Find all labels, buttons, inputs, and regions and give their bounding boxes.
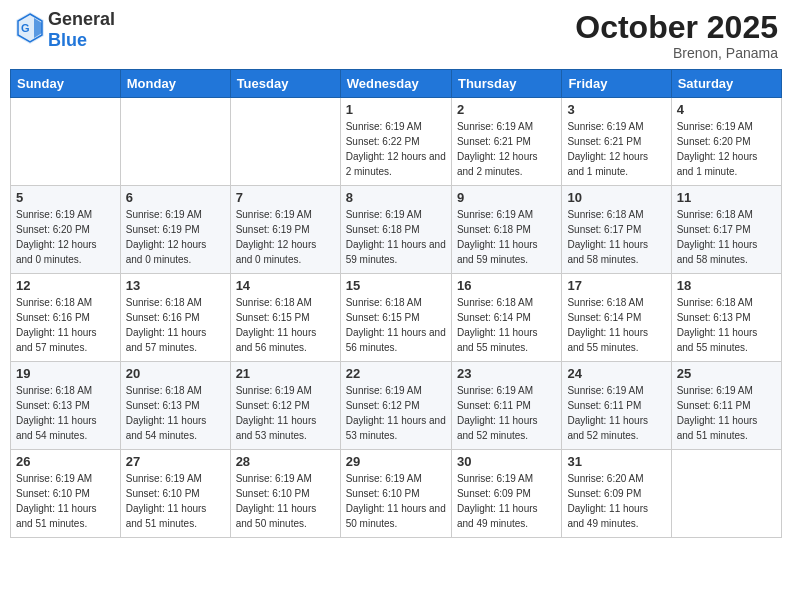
day-info: Sunrise: 6:18 AMSunset: 6:15 PMDaylight:… <box>236 295 335 355</box>
calendar-cell <box>671 450 781 538</box>
page-header: G General Blue October 2025 Brenon, Pana… <box>10 10 782 61</box>
calendar-cell: 3Sunrise: 6:19 AMSunset: 6:21 PMDaylight… <box>562 98 671 186</box>
week-row-1: 1Sunrise: 6:19 AMSunset: 6:22 PMDaylight… <box>11 98 782 186</box>
day-number: 11 <box>677 190 776 205</box>
day-info: Sunrise: 6:18 AMSunset: 6:16 PMDaylight:… <box>126 295 225 355</box>
calendar-cell: 10Sunrise: 6:18 AMSunset: 6:17 PMDayligh… <box>562 186 671 274</box>
calendar-cell: 1Sunrise: 6:19 AMSunset: 6:22 PMDaylight… <box>340 98 451 186</box>
day-info: Sunrise: 6:19 AMSunset: 6:10 PMDaylight:… <box>16 471 115 531</box>
day-number: 15 <box>346 278 446 293</box>
day-info: Sunrise: 6:19 AMSunset: 6:11 PMDaylight:… <box>457 383 556 443</box>
calendar-cell: 26Sunrise: 6:19 AMSunset: 6:10 PMDayligh… <box>11 450 121 538</box>
calendar-cell: 9Sunrise: 6:19 AMSunset: 6:18 PMDaylight… <box>451 186 561 274</box>
logo-blue: Blue <box>48 30 87 50</box>
day-info: Sunrise: 6:19 AMSunset: 6:22 PMDaylight:… <box>346 119 446 179</box>
day-number: 8 <box>346 190 446 205</box>
day-info: Sunrise: 6:19 AMSunset: 6:12 PMDaylight:… <box>236 383 335 443</box>
day-number: 21 <box>236 366 335 381</box>
day-number: 17 <box>567 278 665 293</box>
day-number: 26 <box>16 454 115 469</box>
day-number: 9 <box>457 190 556 205</box>
day-info: Sunrise: 6:19 AMSunset: 6:18 PMDaylight:… <box>346 207 446 267</box>
calendar-cell <box>120 98 230 186</box>
calendar-cell: 24Sunrise: 6:19 AMSunset: 6:11 PMDayligh… <box>562 362 671 450</box>
week-row-3: 12Sunrise: 6:18 AMSunset: 6:16 PMDayligh… <box>11 274 782 362</box>
svg-text:G: G <box>21 22 30 34</box>
day-number: 14 <box>236 278 335 293</box>
calendar-table: SundayMondayTuesdayWednesdayThursdayFrid… <box>10 69 782 538</box>
calendar-cell: 27Sunrise: 6:19 AMSunset: 6:10 PMDayligh… <box>120 450 230 538</box>
day-number: 27 <box>126 454 225 469</box>
day-info: Sunrise: 6:18 AMSunset: 6:14 PMDaylight:… <box>457 295 556 355</box>
day-number: 7 <box>236 190 335 205</box>
week-row-4: 19Sunrise: 6:18 AMSunset: 6:13 PMDayligh… <box>11 362 782 450</box>
day-info: Sunrise: 6:19 AMSunset: 6:19 PMDaylight:… <box>236 207 335 267</box>
day-info: Sunrise: 6:19 AMSunset: 6:11 PMDaylight:… <box>677 383 776 443</box>
day-info: Sunrise: 6:19 AMSunset: 6:20 PMDaylight:… <box>677 119 776 179</box>
calendar-cell: 28Sunrise: 6:19 AMSunset: 6:10 PMDayligh… <box>230 450 340 538</box>
calendar-cell: 5Sunrise: 6:19 AMSunset: 6:20 PMDaylight… <box>11 186 121 274</box>
calendar-cell: 6Sunrise: 6:19 AMSunset: 6:19 PMDaylight… <box>120 186 230 274</box>
day-number: 28 <box>236 454 335 469</box>
month-title: October 2025 <box>575 10 778 45</box>
calendar-cell: 25Sunrise: 6:19 AMSunset: 6:11 PMDayligh… <box>671 362 781 450</box>
calendar-cell: 12Sunrise: 6:18 AMSunset: 6:16 PMDayligh… <box>11 274 121 362</box>
day-info: Sunrise: 6:19 AMSunset: 6:12 PMDaylight:… <box>346 383 446 443</box>
weekday-header-sunday: Sunday <box>11 70 121 98</box>
calendar-cell: 21Sunrise: 6:19 AMSunset: 6:12 PMDayligh… <box>230 362 340 450</box>
day-info: Sunrise: 6:19 AMSunset: 6:21 PMDaylight:… <box>567 119 665 179</box>
day-info: Sunrise: 6:19 AMSunset: 6:11 PMDaylight:… <box>567 383 665 443</box>
day-number: 22 <box>346 366 446 381</box>
day-number: 3 <box>567 102 665 117</box>
day-number: 12 <box>16 278 115 293</box>
day-info: Sunrise: 6:19 AMSunset: 6:10 PMDaylight:… <box>126 471 225 531</box>
day-info: Sunrise: 6:18 AMSunset: 6:17 PMDaylight:… <box>567 207 665 267</box>
logo-icon: G <box>14 10 46 50</box>
calendar-cell: 7Sunrise: 6:19 AMSunset: 6:19 PMDaylight… <box>230 186 340 274</box>
day-info: Sunrise: 6:18 AMSunset: 6:15 PMDaylight:… <box>346 295 446 355</box>
calendar-cell: 15Sunrise: 6:18 AMSunset: 6:15 PMDayligh… <box>340 274 451 362</box>
day-info: Sunrise: 6:19 AMSunset: 6:20 PMDaylight:… <box>16 207 115 267</box>
calendar-cell <box>11 98 121 186</box>
title-block: October 2025 Brenon, Panama <box>575 10 778 61</box>
location: Brenon, Panama <box>575 45 778 61</box>
day-number: 10 <box>567 190 665 205</box>
calendar-cell: 20Sunrise: 6:18 AMSunset: 6:13 PMDayligh… <box>120 362 230 450</box>
day-number: 4 <box>677 102 776 117</box>
day-info: Sunrise: 6:19 AMSunset: 6:10 PMDaylight:… <box>346 471 446 531</box>
day-number: 19 <box>16 366 115 381</box>
day-info: Sunrise: 6:18 AMSunset: 6:13 PMDaylight:… <box>677 295 776 355</box>
day-number: 20 <box>126 366 225 381</box>
weekday-header-tuesday: Tuesday <box>230 70 340 98</box>
calendar-cell: 30Sunrise: 6:19 AMSunset: 6:09 PMDayligh… <box>451 450 561 538</box>
day-info: Sunrise: 6:18 AMSunset: 6:14 PMDaylight:… <box>567 295 665 355</box>
calendar-cell <box>230 98 340 186</box>
day-number: 24 <box>567 366 665 381</box>
day-number: 23 <box>457 366 556 381</box>
calendar-cell: 2Sunrise: 6:19 AMSunset: 6:21 PMDaylight… <box>451 98 561 186</box>
calendar-cell: 4Sunrise: 6:19 AMSunset: 6:20 PMDaylight… <box>671 98 781 186</box>
weekday-header-friday: Friday <box>562 70 671 98</box>
week-row-2: 5Sunrise: 6:19 AMSunset: 6:20 PMDaylight… <box>11 186 782 274</box>
day-number: 25 <box>677 366 776 381</box>
day-info: Sunrise: 6:18 AMSunset: 6:17 PMDaylight:… <box>677 207 776 267</box>
calendar-cell: 13Sunrise: 6:18 AMSunset: 6:16 PMDayligh… <box>120 274 230 362</box>
day-info: Sunrise: 6:20 AMSunset: 6:09 PMDaylight:… <box>567 471 665 531</box>
calendar-cell: 29Sunrise: 6:19 AMSunset: 6:10 PMDayligh… <box>340 450 451 538</box>
logo-text: General Blue <box>48 10 115 51</box>
day-number: 16 <box>457 278 556 293</box>
calendar-cell: 17Sunrise: 6:18 AMSunset: 6:14 PMDayligh… <box>562 274 671 362</box>
calendar-cell: 18Sunrise: 6:18 AMSunset: 6:13 PMDayligh… <box>671 274 781 362</box>
weekday-header-thursday: Thursday <box>451 70 561 98</box>
day-info: Sunrise: 6:19 AMSunset: 6:19 PMDaylight:… <box>126 207 225 267</box>
day-number: 2 <box>457 102 556 117</box>
logo-general: General <box>48 9 115 29</box>
calendar-cell: 19Sunrise: 6:18 AMSunset: 6:13 PMDayligh… <box>11 362 121 450</box>
day-info: Sunrise: 6:19 AMSunset: 6:09 PMDaylight:… <box>457 471 556 531</box>
calendar-cell: 8Sunrise: 6:19 AMSunset: 6:18 PMDaylight… <box>340 186 451 274</box>
day-info: Sunrise: 6:19 AMSunset: 6:21 PMDaylight:… <box>457 119 556 179</box>
calendar-cell: 23Sunrise: 6:19 AMSunset: 6:11 PMDayligh… <box>451 362 561 450</box>
day-info: Sunrise: 6:19 AMSunset: 6:10 PMDaylight:… <box>236 471 335 531</box>
day-number: 18 <box>677 278 776 293</box>
weekday-header-monday: Monday <box>120 70 230 98</box>
